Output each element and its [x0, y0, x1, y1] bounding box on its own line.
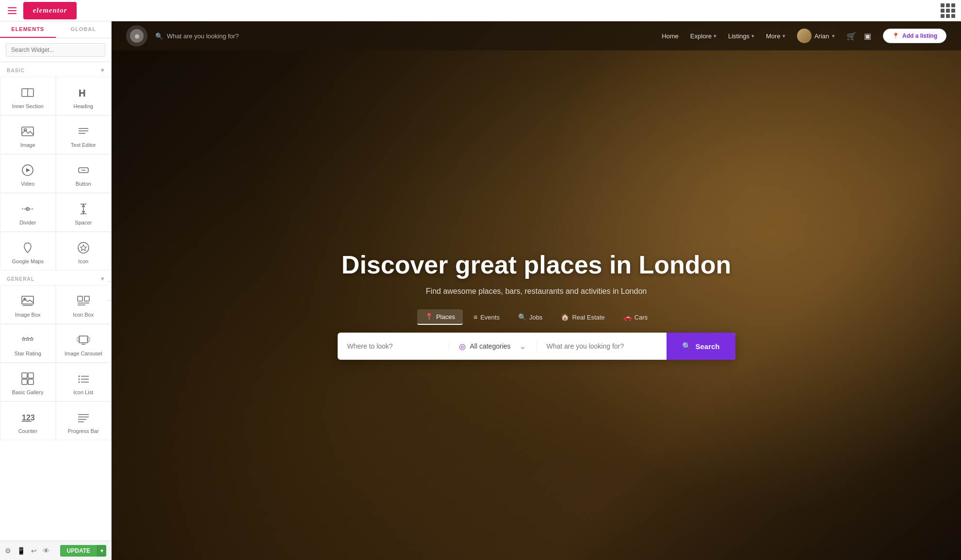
hero-subtitle: Find awesome places, bars, restaurants a…: [338, 287, 735, 296]
heading-icon: H: [76, 85, 91, 100]
events-icon: ≡: [473, 313, 477, 321]
text-editor-icon: [76, 124, 91, 139]
user-dropdown-icon: ▾: [832, 33, 835, 39]
widget-heading[interactable]: H Heading: [56, 77, 112, 115]
hero-title: Discover great places in London: [338, 251, 735, 280]
sidebar-bottom: ⚙ 📱 ↩ 👁 UPDATE ▾: [0, 541, 111, 560]
section-general-label: GENERAL: [7, 276, 34, 282]
widget-text-editor-label: Text Editor: [71, 142, 96, 148]
update-arrow-button[interactable]: ▾: [97, 545, 106, 557]
update-group: UPDATE ▾: [60, 545, 106, 557]
icon-box-icon: [76, 293, 91, 309]
nav-more[interactable]: More: [766, 32, 785, 40]
button-icon: [76, 162, 91, 178]
cart-icon[interactable]: 🛒: [847, 32, 856, 41]
widget-google-maps[interactable]: Google Maps: [0, 232, 56, 271]
widget-icon[interactable]: Icon: [56, 232, 112, 271]
top-bar-left: elementor: [6, 2, 77, 19]
nav-explore[interactable]: Explore: [690, 32, 717, 40]
hero-search-box: ◎ All categories ⌄ 🔍 Search: [338, 333, 735, 360]
widget-divider-label: Divider: [19, 220, 36, 226]
hero-tab-events[interactable]: ≡ Events: [466, 309, 507, 325]
eye-preview-icon[interactable]: 👁: [43, 547, 49, 555]
hero-content: Discover great places in London Find awe…: [328, 212, 745, 370]
icon-list-icon: [76, 371, 91, 386]
basic-widget-grid: Inner Section H Heading Image: [0, 77, 111, 271]
nav-action-icons: 🛒 ▣: [847, 32, 871, 41]
hero-tab-real-estate[interactable]: 🏠 Real Estate: [553, 309, 612, 325]
tab-global[interactable]: GLOBAL: [56, 21, 112, 38]
widget-image-box-label: Image Box: [15, 312, 41, 318]
widget-google-maps-label: Google Maps: [12, 258, 44, 265]
search-icon: 🔍: [155, 32, 163, 40]
elementor-logo: elementor: [23, 2, 77, 19]
hero-tab-cars[interactable]: 🚗 Cars: [616, 309, 655, 325]
mobile-preview-icon[interactable]: 📱: [17, 547, 25, 555]
add-listing-button[interactable]: 📍 Add a listing: [883, 29, 946, 43]
widget-image[interactable]: Image: [0, 115, 56, 154]
update-button[interactable]: UPDATE: [60, 545, 97, 557]
section-basic-header: BASIC ▾: [0, 62, 111, 77]
hero-tab-jobs[interactable]: 🔍 Jobs: [510, 309, 550, 325]
svg-marker-27: [26, 337, 30, 341]
settings-icon[interactable]: ⚙: [5, 547, 11, 555]
sidebar-collapse-handle[interactable]: ‹: [108, 281, 112, 301]
widget-spacer[interactable]: Spacer: [56, 193, 112, 232]
section-basic-label: BASIC: [7, 68, 25, 73]
google-maps-icon: [20, 240, 35, 256]
nav-user[interactable]: Arian ▾: [797, 29, 835, 43]
widget-star-rating-label: Star Rating: [15, 351, 41, 357]
widget-counter[interactable]: 123 Counter: [0, 401, 56, 440]
widget-text-editor[interactable]: Text Editor: [56, 115, 112, 154]
svg-rect-36: [28, 379, 33, 384]
category-label: All categories: [470, 342, 510, 350]
hero-tab-realestate-label: Real Estate: [572, 314, 604, 321]
nav-links: Home Explore Listings More Arian ▾ 🛒 ▣ 📍…: [662, 29, 946, 43]
tab-elements[interactable]: ELEMENTS: [0, 21, 56, 38]
places-icon: 📍: [425, 313, 433, 320]
search-category-dropdown[interactable]: ◎ All categories ⌄: [449, 341, 537, 352]
svg-point-41: [78, 382, 80, 383]
widget-video[interactable]: Video: [0, 154, 56, 193]
widget-inner-section[interactable]: Inner Section: [0, 77, 56, 115]
svg-rect-23: [84, 296, 89, 301]
widget-image-carousel[interactable]: Image Carousel: [56, 324, 112, 363]
widget-icon-box-label: Icon Box: [73, 312, 94, 318]
user-name: Arian: [814, 32, 829, 40]
sidebar-search-container: [0, 38, 111, 62]
search-button[interactable]: 🔍 Search: [667, 333, 735, 360]
nav-home[interactable]: Home: [662, 32, 679, 40]
undo-icon[interactable]: ↩: [31, 547, 37, 555]
widget-basic-gallery[interactable]: Basic Gallery: [0, 363, 56, 401]
search-keyword-input[interactable]: [537, 342, 667, 350]
widget-basic-gallery-label: Basic Gallery: [12, 389, 44, 396]
widget-video-label: Video: [21, 181, 34, 187]
main-content: ◎ 🔍 What are you looking for? Home Explo…: [112, 21, 961, 560]
svg-rect-34: [28, 373, 33, 378]
section-basic-chevron[interactable]: ▾: [101, 67, 104, 74]
nav-listings[interactable]: Listings: [728, 32, 754, 40]
svg-rect-30: [77, 337, 80, 341]
widget-divider[interactable]: Divider: [0, 193, 56, 232]
widget-button[interactable]: Button: [56, 154, 112, 193]
widget-image-box[interactable]: Image Box: [0, 285, 56, 324]
widget-star-rating[interactable]: Star Rating: [0, 324, 56, 363]
section-general-chevron[interactable]: ▾: [101, 275, 104, 282]
hero-tab-cars-label: Cars: [635, 314, 648, 321]
hero-section: Discover great places in London Find awe…: [112, 21, 961, 560]
image-box-icon: [20, 293, 35, 309]
widget-icon-list-label: Icon List: [73, 389, 93, 396]
widget-progress-bar[interactable]: Progress Bar: [56, 401, 112, 440]
widget-icon-box[interactable]: Icon Box: [56, 285, 112, 324]
icon-widget-icon: [76, 240, 91, 256]
hamburger-menu[interactable]: [6, 5, 18, 16]
widget-icon-list[interactable]: Icon List: [56, 363, 112, 401]
sidebar-content: BASIC ▾ Inner Section H Heading: [0, 62, 111, 541]
search-location-input[interactable]: [338, 342, 450, 350]
nav-search[interactable]: 🔍 What are you looking for?: [155, 32, 239, 40]
spacer-icon: [76, 201, 91, 217]
search-input[interactable]: [6, 43, 105, 57]
grid-menu-icon[interactable]: [941, 3, 955, 18]
hero-tab-places[interactable]: 📍 Places: [417, 309, 463, 325]
display-icon[interactable]: ▣: [864, 32, 871, 41]
